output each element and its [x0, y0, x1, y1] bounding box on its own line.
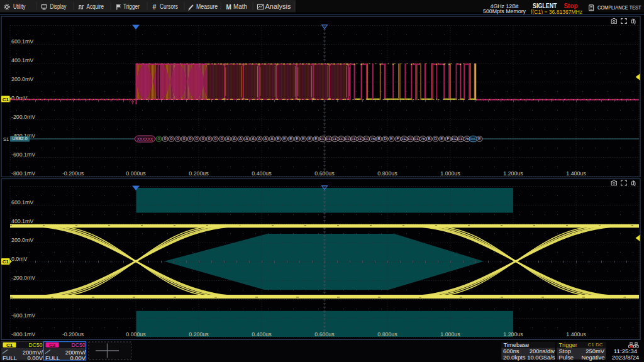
svg-text:FF: FF: [458, 136, 464, 141]
svg-text:200.0mV: 200.0mV: [11, 237, 33, 243]
svg-text:COMPLIANCE TEST: COMPLIANCE TEST: [597, 4, 641, 11]
svg-text:0: 0: [177, 136, 179, 141]
svg-text:C1 DC: C1 DC: [587, 342, 602, 348]
svg-text:FF: FF: [326, 136, 331, 141]
svg-text:0.800us: 0.800us: [377, 170, 397, 177]
svg-text:D: D: [384, 136, 387, 141]
svg-text:0: 0: [164, 136, 167, 141]
svg-text:0: 0: [202, 136, 204, 141]
svg-text:C1: C1: [3, 97, 9, 102]
svg-text:A: A: [233, 136, 236, 141]
svg-text:E: E: [440, 136, 443, 141]
svg-text:USB2.0: USB2.0: [12, 136, 27, 141]
svg-text:0.0mV: 0.0mV: [11, 256, 28, 262]
svg-text:FE: FE: [452, 136, 457, 141]
svg-text:FF: FF: [408, 136, 413, 141]
svg-text:E: E: [289, 136, 292, 141]
svg-text:A: A: [239, 136, 242, 141]
svg-text:0.800us: 0.800us: [377, 331, 397, 337]
svg-text:Display: Display: [50, 3, 67, 10]
svg-text:0.00V: 0.00V: [28, 354, 43, 361]
svg-text:0: 0: [183, 136, 186, 141]
svg-text:DC50: DC50: [29, 342, 43, 348]
svg-text:10.0GSa/s: 10.0GSa/s: [527, 354, 555, 361]
svg-text:0: 0: [158, 136, 160, 141]
svg-text:E: E: [390, 136, 393, 141]
svg-text:7b: 7b: [465, 136, 469, 141]
svg-text:FF: FF: [339, 136, 344, 141]
svg-text:-600.1mV: -600.1mV: [11, 312, 35, 319]
svg-text:A: A: [270, 136, 274, 141]
svg-text:Analysis: Analysis: [265, 3, 291, 10]
svg-text:1.400us: 1.400us: [566, 170, 586, 177]
svg-text:-800.1mV: -800.1mV: [11, 170, 35, 177]
svg-text:0xC: 0xC: [470, 136, 477, 141]
svg-text:0: 0: [221, 136, 223, 141]
svg-text:Timebase: Timebase: [504, 341, 530, 348]
svg-text:DC50: DC50: [72, 342, 86, 348]
svg-text:600.1mV: 600.1mV: [11, 38, 33, 45]
svg-text:7h: 7h: [370, 136, 375, 141]
svg-text:#: #: [153, 3, 157, 11]
svg-text:FULL: FULL: [3, 354, 17, 361]
svg-text:-200.0mV: -200.0mV: [11, 275, 35, 281]
svg-text:C1: C1: [6, 343, 13, 348]
svg-text:A: A: [226, 136, 230, 141]
svg-text:FF: FF: [414, 136, 419, 141]
svg-text:S1: S1: [3, 136, 9, 142]
svg-text:Math: Math: [233, 3, 247, 10]
svg-text:C2: C2: [49, 343, 56, 348]
svg-text:-200.0mV: -200.0mV: [11, 114, 35, 120]
svg-text:FE: FE: [402, 136, 407, 141]
svg-text:Negative: Negative: [581, 354, 604, 361]
svg-text:Cursors: Cursors: [160, 3, 178, 10]
svg-text:0.400us: 0.400us: [252, 170, 272, 177]
svg-text:0: 0: [208, 136, 211, 141]
svg-text:Trigger: Trigger: [559, 341, 577, 348]
svg-text:500Mpts Memory: 500Mpts Memory: [483, 8, 526, 14]
svg-text:-0.200us: -0.200us: [62, 331, 84, 337]
svg-text:FF: FF: [352, 136, 357, 141]
svg-text:FF: FF: [320, 136, 325, 141]
svg-text:B: B: [428, 136, 430, 141]
svg-text:f(C1) = 36.81367MHz: f(C1) = 36.81367MHz: [531, 8, 582, 15]
svg-text:20.0kpts: 20.0kpts: [503, 354, 526, 361]
svg-text:E: E: [283, 136, 286, 141]
svg-text:7b: 7b: [421, 136, 425, 141]
svg-text:0: 0: [214, 136, 217, 141]
svg-text:E: E: [277, 136, 280, 141]
svg-text:F: F: [397, 136, 399, 141]
svg-text:C1: C1: [3, 259, 9, 265]
svg-text:-600.1mV: -600.1mV: [11, 151, 35, 158]
svg-text:-800.1mV: -800.1mV: [11, 331, 35, 337]
svg-text:F: F: [447, 136, 450, 141]
svg-text:E: E: [302, 136, 305, 141]
svg-text:600.1mV: 600.1mV: [11, 199, 33, 206]
svg-text:FULL: FULL: [45, 354, 60, 361]
svg-text:2023/8/24: 2023/8/24: [612, 354, 640, 361]
svg-text:A: A: [258, 136, 261, 141]
svg-text:-0.200us: -0.200us: [62, 170, 84, 177]
svg-text:0.000us: 0.000us: [126, 170, 146, 177]
svg-text:A: A: [252, 136, 255, 141]
svg-text:A: A: [264, 136, 267, 141]
svg-text:200.0mV: 200.0mV: [11, 76, 33, 82]
svg-text:FF: FF: [333, 136, 338, 141]
svg-text:0: 0: [189, 136, 192, 141]
svg-text:1.200us: 1.200us: [503, 331, 523, 337]
svg-text:1.400us: 1.400us: [566, 331, 586, 337]
svg-text:0: 0: [196, 136, 198, 141]
svg-text:1.000us: 1.000us: [440, 170, 460, 177]
svg-text:A: A: [245, 136, 248, 141]
svg-text:0.200us: 0.200us: [189, 331, 209, 337]
svg-text:E: E: [478, 136, 481, 141]
svg-text:Acquire: Acquire: [87, 3, 104, 10]
svg-text:E: E: [314, 136, 318, 141]
svg-text:M: M: [226, 4, 231, 11]
svg-text:1.200us: 1.200us: [503, 170, 523, 177]
svg-text:B: B: [377, 136, 380, 141]
svg-text:E: E: [296, 136, 299, 141]
svg-text:0.00V: 0.00V: [70, 354, 86, 361]
svg-text:Trigger: Trigger: [123, 3, 140, 10]
svg-text:0: 0: [170, 136, 173, 141]
